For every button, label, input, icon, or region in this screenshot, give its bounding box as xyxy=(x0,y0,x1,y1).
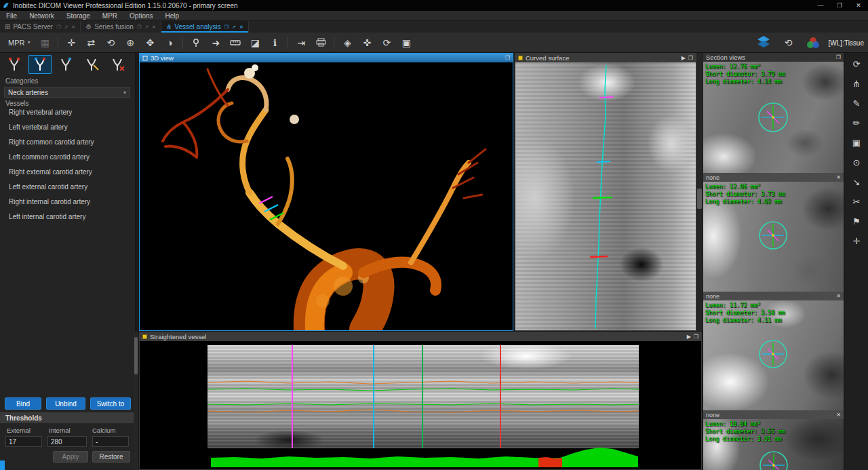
calcium-threshold-input[interactable] xyxy=(92,436,129,447)
maximize-button-icon[interactable]: ❐ xyxy=(830,0,849,11)
color-wheel-icon[interactable] xyxy=(807,37,819,48)
panel-straightened-header[interactable]: Straightened vessel ▶ ❐ xyxy=(140,332,701,341)
curved-scrollbar[interactable] xyxy=(696,53,703,331)
section-zoom-icon[interactable]: ⊙ xyxy=(848,154,865,170)
straightened-scrollbar[interactable] xyxy=(134,332,138,470)
tab-vessel-analysis[interactable]: ⋔ Vessel analysis ❐ ↗ ✕ xyxy=(161,21,249,33)
vessel-item[interactable]: Right common carotid artery xyxy=(0,134,135,149)
clip-box-icon[interactable]: ▣ xyxy=(397,35,415,51)
probe-marker-icon[interactable] xyxy=(187,35,205,51)
section-viewport[interactable]: Lumen: 12.06 mm² Short diameter: 3.73 mm… xyxy=(703,182,844,292)
panel-flag-icon[interactable]: ▶ xyxy=(687,334,691,340)
section-source-label[interactable]: none xyxy=(706,412,719,418)
info-icon[interactable]: ℹ xyxy=(266,35,283,51)
section-viewport[interactable]: Lumen: 10.04 mm² Short diameter: 3.55 mm… xyxy=(703,419,844,470)
tab-detach-icon[interactable]: ↗ xyxy=(232,24,236,30)
maximize-panel-icon[interactable]: ❐ xyxy=(836,55,841,60)
crosshair-tool-icon[interactable]: ✛ xyxy=(848,233,865,249)
eraser-icon[interactable]: ◪ xyxy=(246,35,264,51)
tab-close-icon[interactable]: ✕ xyxy=(239,24,243,30)
tab-close-icon[interactable]: ✕ xyxy=(152,24,156,30)
vessel-item[interactable]: Left internal carotid artery xyxy=(0,209,135,224)
restore-button[interactable]: Restore xyxy=(92,451,130,463)
arrow-annotation-icon[interactable]: ➜ xyxy=(207,35,224,51)
menu-storage[interactable]: Storage xyxy=(60,11,96,20)
volume-3d-icon[interactable]: ◈ xyxy=(338,35,356,51)
viewport-straightened[interactable] xyxy=(140,341,701,469)
vessel-track-icon[interactable] xyxy=(3,55,26,74)
close-section-icon[interactable]: ✕ xyxy=(836,294,841,299)
mpr-dropdown[interactable]: MPR ▾ xyxy=(4,35,34,51)
viewport-3d[interactable] xyxy=(140,62,513,330)
section-source-label[interactable]: none xyxy=(706,293,719,300)
menu-mpr[interactable]: MPR xyxy=(96,11,123,20)
minimize-button-icon[interactable]: — xyxy=(811,0,830,11)
vessel-edit-icon[interactable] xyxy=(28,55,52,74)
flag-marker-icon[interactable]: ⚑ xyxy=(848,213,865,229)
tab-pacs-server[interactable]: ⊞ PACS Server ❐ ↗ ✕ xyxy=(0,21,81,33)
category-select[interactable]: Neck arteries ▾ xyxy=(4,87,130,98)
layers-icon[interactable] xyxy=(757,35,770,50)
tab-detach-icon[interactable]: ↗ xyxy=(144,24,149,30)
scrollbar-thumb[interactable] xyxy=(697,189,702,209)
tab-close-icon[interactable]: ✕ xyxy=(71,24,75,30)
vessel-item[interactable]: Left vertebral artery xyxy=(0,119,135,134)
panel-flag-icon[interactable]: ▶ xyxy=(682,56,686,61)
section-source-label[interactable]: none xyxy=(706,174,719,181)
section-source-bar[interactable]: none ✕ xyxy=(703,292,844,300)
tab-series-fusion[interactable]: ⚙ Series fusion ❐ ↗ ✕ xyxy=(81,21,161,33)
viewport-curved[interactable] xyxy=(515,62,696,330)
section-viewport[interactable]: Lumen: 11.72 mm² Short diameter: 3.58 mm… xyxy=(703,300,844,410)
label-box-icon[interactable]: ▣ xyxy=(848,134,865,151)
vessel-point-icon[interactable] xyxy=(54,55,77,74)
internal-threshold-input[interactable] xyxy=(47,436,87,447)
vessel-item[interactable]: Right external carotid artery xyxy=(0,164,135,179)
scrollbar-thumb[interactable] xyxy=(134,337,138,374)
section-views-header[interactable]: Section views ❐ xyxy=(703,53,844,62)
unbind-button[interactable]: Unbind xyxy=(46,397,85,410)
section-source-bar[interactable]: none ✕ xyxy=(703,410,844,419)
apply-button[interactable]: Apply xyxy=(53,451,88,463)
rotate-icon[interactable]: ⟲ xyxy=(102,35,119,51)
menu-file[interactable]: File xyxy=(0,11,23,20)
vessel-item[interactable]: Right vertebral artery xyxy=(0,104,135,119)
vessel-item[interactable]: Left external carotid artery xyxy=(0,179,135,194)
menu-options[interactable]: Options xyxy=(123,11,159,20)
maximize-panel-icon[interactable]: ❐ xyxy=(688,56,693,61)
vessel-item[interactable]: Right internal carotid artery xyxy=(0,194,135,209)
rotate-3d-icon[interactable]: ⟳ xyxy=(378,35,395,51)
cut-vessel-icon[interactable]: ✂ xyxy=(848,193,865,210)
zoom-icon[interactable]: ⊕ xyxy=(121,35,139,51)
vessel-item[interactable]: Left common carotid artery xyxy=(0,149,135,164)
close-section-icon[interactable]: ✕ xyxy=(836,175,841,180)
vessel-draw-icon[interactable] xyxy=(80,55,103,74)
vessel-delete-icon[interactable] xyxy=(106,55,129,74)
ruler-icon[interactable] xyxy=(226,35,244,51)
menu-network[interactable]: Network xyxy=(23,11,60,20)
maximize-panel-icon[interactable]: ❐ xyxy=(694,334,698,340)
rotate-section-icon[interactable]: ⟳ xyxy=(848,56,865,72)
resize-icon[interactable]: ↘ xyxy=(848,174,865,190)
panel-curved-header[interactable]: Curved surface ▶ ❐ xyxy=(515,54,696,62)
tab-detach-icon[interactable]: ↗ xyxy=(64,24,68,30)
tab-dock-icon[interactable]: ❐ xyxy=(137,24,141,30)
export-icon[interactable]: ⇥ xyxy=(292,35,310,51)
external-threshold-input[interactable] xyxy=(5,436,42,447)
close-button-icon[interactable]: ✕ xyxy=(849,0,868,11)
switch-to-button[interactable]: Switch to xyxy=(90,397,131,410)
contrast-icon[interactable]: ◑ xyxy=(161,35,178,51)
contour-edit-icon[interactable]: ✎ xyxy=(848,95,865,111)
close-section-icon[interactable]: ✕ xyxy=(836,412,841,418)
bind-button[interactable]: Bind xyxy=(5,397,41,410)
menu-help[interactable]: Help xyxy=(159,11,186,20)
print-icon[interactable] xyxy=(312,35,330,51)
vessel-branch-icon[interactable]: ⋔ xyxy=(848,75,865,92)
maximize-panel-icon[interactable]: ❐ xyxy=(505,56,510,61)
tab-dock-icon[interactable]: ❐ xyxy=(224,24,229,30)
transform-icon[interactable]: ✜ xyxy=(358,35,376,51)
localizer-icon[interactable]: ✛ xyxy=(62,35,80,51)
tab-dock-icon[interactable]: ❐ xyxy=(56,24,60,30)
window-level-label[interactable]: [WL]:Tissue xyxy=(829,39,864,47)
sync-clock-icon[interactable]: ⟲ xyxy=(780,35,797,51)
section-viewport[interactable]: Lumen: 12.76 mm² Short diameter: 3.79 mm… xyxy=(703,62,844,173)
